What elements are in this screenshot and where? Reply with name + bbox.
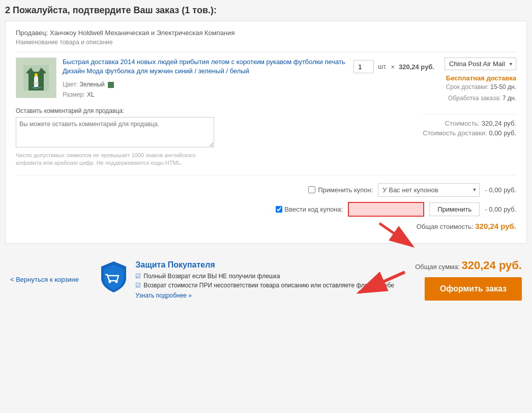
product-right-col: шт. × 320,24 руб. China Post Air Mail EM…	[353, 57, 516, 144]
checkout-button[interactable]: Оформить заказ	[425, 277, 522, 301]
char-limit-info: Число допустимых символов не превышает 1…	[16, 152, 214, 167]
unit-label: шт.	[378, 63, 387, 70]
enter-code-label-wrapper[interactable]: Ввести код купона:	[276, 205, 343, 213]
coupon-discount: - 0,00 руб.	[485, 186, 516, 194]
delivery-time-label: Срок доставки:	[446, 83, 489, 91]
seller-info: Продавец: Ханчжоу Holdwell Механическая …	[16, 29, 516, 37]
product-left-col: Быстрая доставка 2014 новых людей прибыт…	[16, 57, 346, 167]
coupon-select-row: Применить купон: У Вас нет купонов - 0,0…	[16, 183, 516, 197]
seller-name: Ханчжоу Holdwell Механическая и Электрич…	[50, 29, 235, 37]
shipping-select[interactable]: China Post Air Mail EMS DHL	[445, 57, 516, 70]
total-cost-row: Общая стоимость: 320,24 руб.	[16, 217, 516, 235]
checkout-arrow-container: Оформить заказ	[425, 277, 522, 301]
product-details: Быстрая доставка 2014 новых людей прибыт…	[63, 57, 346, 100]
apply-coupon-checkbox[interactable]	[308, 186, 315, 193]
svg-line-11	[359, 272, 405, 292]
footer-section: < Вернуться к корзине Защита Покупателя	[5, 249, 527, 311]
quantity-input[interactable]	[353, 60, 374, 73]
svg-rect-2	[34, 78, 38, 87]
enter-code-text: Ввести код купона:	[285, 205, 343, 213]
product-column-label: Наименование товара и описание	[16, 39, 516, 46]
footer-total-row: Общая сумма: 320,24 руб.	[415, 259, 522, 272]
protection-item-1-text: Полный Возврат если ВЫ НЕ получили флешк…	[143, 273, 280, 280]
red-arrow-1	[374, 218, 425, 254]
delivery-cost-line: Стоимость доставки: 0,00 руб.	[423, 129, 516, 137]
delivery-info: Срок доставки: 15-50 дн. Обработка заказ…	[445, 82, 516, 104]
size-label: Размер:	[63, 91, 85, 98]
unit-price: 320,24 руб.	[399, 63, 434, 71]
apply-coupon-label[interactable]: Применить купон:	[308, 186, 373, 194]
shipping-dropdown: China Post Air Mail EMS DHL	[445, 57, 516, 70]
color-swatch	[108, 82, 114, 88]
product-section: Быстрая доставка 2014 новых людей прибыт…	[16, 57, 516, 167]
seller-label: Продавец:	[16, 29, 48, 37]
coupon-area: Применить купон: У Вас нет купонов - 0,0…	[16, 175, 516, 235]
comment-textarea[interactable]	[16, 117, 214, 148]
red-arrow-2	[349, 267, 410, 298]
product-row: Быстрая доставка 2014 новых людей прибыт…	[16, 57, 346, 100]
svg-point-5	[35, 73, 38, 76]
footer-total-label: Общая сумма:	[415, 263, 460, 271]
order-card: Продавец: Ханчжоу Holdwell Механическая …	[5, 21, 527, 244]
shipping-section: China Post Air Mail EMS DHL Бесплатная д…	[445, 57, 516, 104]
footer-total-amount: 320,24 руб.	[462, 259, 522, 272]
delivery-time-value: 15-50 дн.	[490, 83, 516, 91]
order-summary: Общая сумма: 320,24 руб. Оформить заказ	[415, 259, 522, 301]
delivery-cost-value: 0,00 руб.	[489, 129, 516, 137]
cost-value: 320,24 руб.	[482, 120, 516, 127]
qty-shipping-container: шт. × 320,24 руб. China Post Air Mail EM…	[353, 57, 516, 104]
coupon-code-input[interactable]	[348, 202, 424, 217]
divider-1	[16, 52, 516, 52]
code-discount: - 0,00 руб.	[485, 205, 516, 213]
back-to-cart-link[interactable]: < Вернуться к корзине	[10, 276, 79, 283]
product-title: Быстрая доставка 2014 новых людей прибыт…	[63, 57, 346, 76]
shipping-select-wrapper: China Post Air Mail EMS DHL	[445, 57, 516, 70]
totals-row: Стоимость: 320,24 руб. Стоимость доставк…	[423, 114, 516, 144]
enter-code-checkbox[interactable]	[276, 206, 282, 213]
svg-rect-4	[34, 83, 39, 84]
comment-label: Оставить комментарий для продавца:	[16, 107, 346, 114]
comment-section: Оставить комментарий для продавца: Число…	[16, 107, 346, 167]
product-image	[16, 57, 56, 98]
qty-price: шт. × 320,24 руб.	[353, 60, 434, 73]
multiply-sign: ×	[391, 63, 395, 71]
coupon-select[interactable]: У Вас нет купонов	[378, 183, 480, 197]
apply-coupon-text: Применить купон:	[318, 186, 373, 194]
total-value: 320,24 руб.	[475, 222, 516, 230]
coupon-select-wrapper: У Вас нет купонов	[378, 183, 480, 197]
shield-icon	[100, 260, 128, 291]
processing-label: Обработка заказа:	[448, 95, 501, 102]
svg-line-7	[379, 223, 412, 246]
page-title: 2 Пожалуйста, подтвердите Ваш заказ (1 т…	[5, 5, 527, 16]
processing-value: 7 дн.	[503, 95, 516, 102]
delivery-cost-label: Стоимость доставки:	[423, 129, 487, 137]
code-coupon-row: Ввести код купона: Применить - 0,00 руб.	[16, 202, 516, 217]
product-attrs: Цвет: Зеленый Размер: XL	[63, 80, 346, 99]
size-value: XL	[87, 91, 95, 98]
color-value: Зеленый	[80, 81, 105, 88]
cost-label: Стоимость:	[445, 120, 480, 127]
apply-coupon-button[interactable]: Применить	[429, 202, 480, 216]
free-delivery-label: Бесплатная доставка	[445, 74, 516, 82]
cost-line: Стоимость: 320,24 руб.	[423, 120, 516, 127]
color-label: Цвет:	[63, 81, 78, 88]
